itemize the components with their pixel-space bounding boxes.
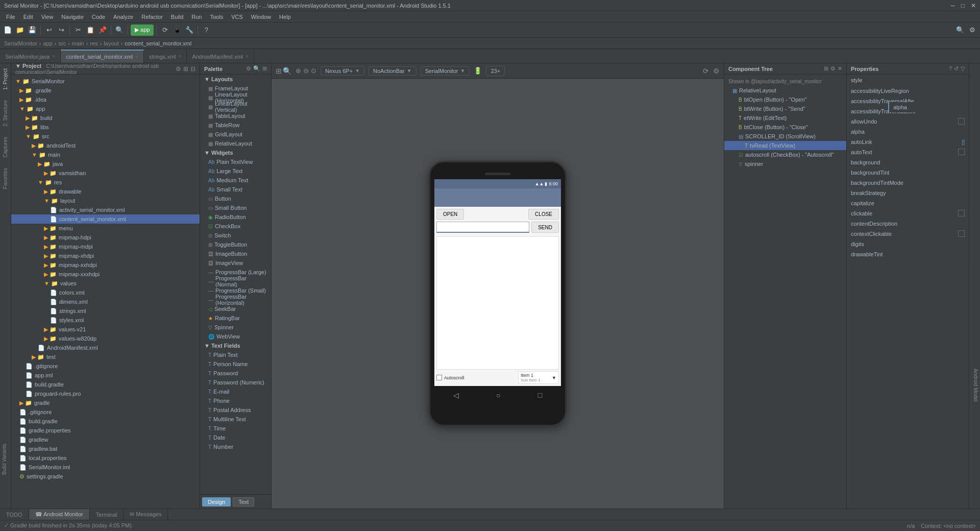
menu-item-tools[interactable]: Tools [206,13,227,21]
ctree-btopen[interactable]: B btOpen (Button) - "Open" [724,95,846,104]
theme-selector[interactable]: NoActionBar ▼ [369,66,416,76]
tree-item-app[interactable]: ▼ 📁app [11,104,200,113]
tab-close-strings[interactable]: × [179,54,182,59]
props-header-btn3[interactable]: ▽ [961,65,965,72]
ctree-header-btn3[interactable]: ✕ [838,65,842,72]
toolbar-undo[interactable]: ↩ [43,25,55,36]
breadcrumb-main[interactable]: main [72,40,84,46]
palette-item-imageview[interactable]: 🖼ImageView [200,258,271,268]
tree-item-mipmap-hdpi[interactable]: ▶ 📁mipmap-hdpi [11,233,200,242]
palette-item-checkbox[interactable]: ☑CheckBox [200,222,271,231]
zoom-out-btn[interactable]: ⊖ [303,67,309,75]
palette-item-plain-text[interactable]: TPlain Text [200,350,271,359]
design-toolbar-battery[interactable]: 🔋 [474,67,482,75]
tree-item-androidmanifest[interactable]: 📄AndroidManifest.xml [11,343,200,352]
tree-item-colors[interactable]: 📄colors.xml [11,288,200,297]
palette-item-phone[interactable]: TPhone [200,396,271,405]
tree-item-libs[interactable]: ▶ 📁libs [11,123,200,132]
prop-checkbox-clickable[interactable] [958,210,965,216]
tree-item-java[interactable]: ▶ 📁java [11,159,200,168]
menu-item-run[interactable]: Run [187,13,206,21]
palette-item-postal-address[interactable]: TPostal Address [200,405,271,415]
tree-item-gitignore-root[interactable]: 📄.gitignore [11,407,200,417]
breadcrumb-layout[interactable]: layout [104,40,118,46]
design-zoom-fit[interactable]: ⊞ [276,67,282,75]
tab-close-content-serial[interactable]: × [135,54,138,60]
tree-item-mipmap-mdpi[interactable]: ▶ 📁mipmap-mdpi [11,242,200,251]
menu-item-help[interactable]: Help [275,13,295,21]
tree-item-test[interactable]: ▶ 📁test [11,352,200,361]
tree-item-content-xml[interactable]: 📄content_serial_monitor.xml [11,214,200,224]
tree-item-src[interactable]: ▼ 📁src [11,132,200,141]
menu-item-code[interactable]: Code [88,13,109,21]
palette-item-medium-text[interactable]: AbMedium Text [200,176,271,185]
tree-item-menu[interactable]: ▶ 📁menu [11,224,200,233]
tab-strings[interactable]: strings.xml × [144,50,187,63]
menu-item-edit[interactable]: Edit [19,13,37,21]
zoom-reset-btn[interactable]: ⊙ [311,67,316,75]
toolbar-copy[interactable]: 📋 [85,25,96,36]
tree-item-values[interactable]: ▼ 📁values [11,279,200,288]
minimize-button[interactable]: ─ [950,2,955,9]
palette-header-gear[interactable]: ⚙ [246,65,251,72]
ctree-header-btn2[interactable]: ⚙ [830,65,836,72]
palette-item-tablerow[interactable]: ▦TableRow [200,120,271,130]
phone-nav-home[interactable]: ○ [496,391,500,399]
bottom-tab-terminal[interactable]: Terminal [90,509,124,520]
palette-header-expand[interactable]: ⊞ [262,65,267,72]
tree-item-gradle-dir[interactable]: ▶ 📁gradle [11,398,200,407]
phone-autoscroll-checkbox[interactable] [436,375,442,380]
palette-item-email[interactable]: TE-mail [200,387,271,396]
toolbar-sdk[interactable]: 🔧 [184,25,195,36]
zoom-in-btn[interactable]: ⊕ [296,67,301,75]
design-refresh[interactable]: ⟳ [703,67,709,75]
maximize-button[interactable]: □ [961,2,965,9]
ctree-spinner[interactable]: ▽ spinner [724,159,846,168]
props-header-btn1[interactable]: ? [949,65,952,72]
tree-item-gradlew[interactable]: 📄gradlew [11,435,200,444]
tree-item-gradleprops[interactable]: 📄gradle.properties [11,426,200,435]
palette-item-togglebutton[interactable]: ⊞ToggleButton [200,240,271,249]
project-header-expand[interactable]: ⊞ [183,65,188,73]
toolbar-redo[interactable]: ↪ [56,25,67,36]
tree-item-buildgradle-app[interactable]: 📄build.gradle [11,380,200,389]
toolbar-paste[interactable]: 📌 [97,25,108,36]
tree-item-mipmap-xhdpi[interactable]: ▶ 📁mipmap-xhdpi [11,251,200,260]
vtab-structure[interactable]: 2: Structure [1,95,10,132]
project-header-gear[interactable]: ⚙ [176,65,181,73]
palette-item-progressbar-normal[interactable]: —ProgressBar (Normal) [200,277,271,286]
toolbar-open[interactable]: 📁 [14,25,26,36]
tree-item-strings[interactable]: 📄strings.xml [11,306,200,316]
breadcrumb-src[interactable]: src [59,40,66,46]
tree-item-main[interactable]: ▼ 📁main [11,150,200,159]
phone-edit-text[interactable] [436,222,529,233]
tab-serialmonitor-java[interactable]: SerialMonitor.java × [0,50,61,63]
props-header-btn2[interactable]: ↺ [954,65,959,72]
palette-item-linearlayout-v[interactable]: ▦LinearLayout (Vertical) [200,102,271,111]
toolbar-help[interactable]: ? [201,25,212,36]
tab-close-serialmonitor[interactable]: × [52,54,55,59]
toolbar-search[interactable]: 🔍 [114,25,125,36]
palette-header-search[interactable]: 🔍 [253,65,260,72]
toolbar-sync[interactable]: ⟳ [159,25,170,36]
menu-item-vcs[interactable]: VCS [227,13,247,21]
tree-item-dimens[interactable]: 📄dimens.xml [11,297,200,306]
close-button[interactable]: ✕ [971,2,976,9]
tree-item-gitignore-app[interactable]: 📄.gitignore [11,361,200,371]
design-settings[interactable]: ⚙ [713,67,720,75]
tree-item-serialmonitor[interactable]: ▼ 📁SerialMonitor [11,77,200,86]
tree-item-gradle-hidden[interactable]: ▶ 📁.gradle [11,86,200,95]
breadcrumb-serialmonitor[interactable]: SerialMonitor [4,40,37,46]
bottom-tab-todo[interactable]: TODO [0,509,29,520]
palette-item-spinner[interactable]: ▽Spinner [200,323,271,332]
project-header-collapse[interactable]: ⊟ [190,65,195,73]
toolbar-new[interactable]: 📄 [2,25,13,36]
phone-close-button[interactable]: CLOSE [528,209,559,220]
vtab-right-android-model[interactable]: Android Model [971,364,980,406]
bottom-tab-android-monitor[interactable]: ☎ Android Monitor [29,509,90,520]
palette-item-number[interactable]: TNumber [200,442,271,451]
palette-item-time[interactable]: TTime [200,424,271,433]
tab-androidmanifest[interactable]: AndroidManifest.xml × [187,50,254,63]
tab-close-manifest[interactable]: × [246,54,249,59]
tree-item-buildgradle-root[interactable]: 📄build.gradle [11,417,200,426]
